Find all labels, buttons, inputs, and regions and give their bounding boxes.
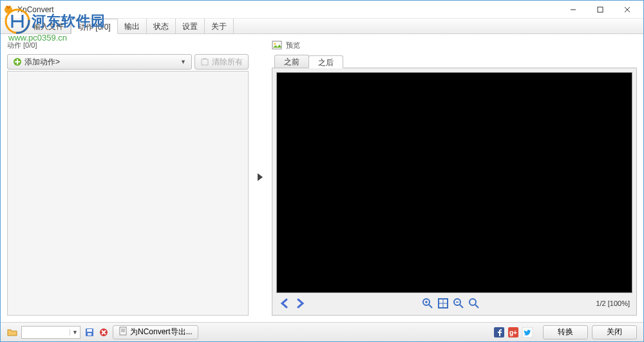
export-nconvert-label: 为NConvert导出... — [130, 327, 193, 337]
chevron-down-icon: ▼ — [180, 59, 186, 65]
actions-header: 动作 [0/0] — [7, 39, 249, 52]
image-icon — [272, 40, 282, 50]
arrow-right-icon — [257, 173, 263, 182]
app-icon — [3, 5, 14, 15]
social-links: g+ — [494, 327, 533, 337]
next-image-button[interactable] — [294, 298, 306, 309]
svg-rect-8 — [202, 59, 208, 65]
delete-button[interactable] — [99, 327, 109, 337]
tab-status[interactable]: 状态 — [147, 19, 176, 33]
open-folder-button[interactable] — [7, 327, 17, 337]
preview-counter: 1/2 [100%] — [596, 299, 630, 307]
tab-output[interactable]: 输出 — [118, 19, 147, 33]
svg-line-23 — [475, 305, 478, 308]
zoom-fit-button[interactable] — [437, 298, 449, 309]
window-controls — [560, 1, 641, 18]
add-action-button[interactable]: 添加动作> ▼ — [7, 54, 192, 70]
twitter-icon[interactable] — [522, 327, 533, 337]
close-button[interactable] — [614, 1, 641, 18]
facebook-icon[interactable] — [494, 327, 504, 337]
content-area: 动作 [0/0] 添加动作> ▼ 清除所有 预览 之前 之后 — [1, 35, 643, 322]
zoom-out-button[interactable] — [453, 298, 464, 309]
clear-icon — [200, 57, 209, 66]
preview-tabs: 之前 之后 — [272, 54, 637, 68]
svg-rect-10 — [272, 41, 281, 49]
preview-pane: 预览 之前 之后 1/2 [100%] — [272, 39, 637, 316]
actions-header-label: 动作 [0/0] — [7, 41, 37, 50]
window-title: XnConvert — [17, 5, 560, 14]
preview-toolbar: 1/2 [100%] — [276, 296, 632, 311]
preview-container: 1/2 [100%] — [272, 68, 637, 316]
tab-before[interactable]: 之前 — [274, 55, 309, 68]
plus-icon — [13, 57, 22, 66]
convert-button[interactable]: 转换 — [543, 325, 588, 339]
minimize-button[interactable] — [560, 1, 587, 18]
tab-input[interactable]: 输入文件 — [26, 19, 71, 33]
preset-combo[interactable]: ▼ — [21, 326, 80, 339]
arrow-divider — [252, 39, 268, 316]
actions-list[interactable] — [7, 71, 249, 316]
maximize-button[interactable] — [587, 1, 614, 18]
svg-rect-28 — [120, 327, 126, 335]
tab-about[interactable]: 关于 — [205, 19, 234, 33]
svg-point-11 — [274, 43, 276, 45]
titlebar: XnConvert — [1, 1, 643, 19]
main-tabs: 输入文件 动作 [0/0] 输出 状态 设置 关于 — [1, 19, 643, 34]
script-icon — [118, 327, 128, 337]
actions-pane: 动作 [0/0] 添加动作> ▼ 清除所有 — [7, 39, 249, 316]
preview-header: 预览 — [272, 39, 637, 52]
svg-point-0 — [5, 6, 12, 14]
export-nconvert-button[interactable]: 为NConvert导出... — [113, 325, 198, 339]
clear-all-label: 清除所有 — [212, 57, 243, 68]
actions-toolbar: 添加动作> ▼ 清除所有 — [7, 54, 249, 70]
svg-rect-2 — [598, 7, 603, 12]
svg-line-13 — [429, 305, 432, 308]
tab-after[interactable]: 之后 — [308, 55, 343, 68]
svg-text:g+: g+ — [509, 329, 517, 336]
bottom-bar: ▼ 为NConvert导出... g+ 转换 关闭 — [1, 322, 643, 341]
chevron-down-icon: ▼ — [70, 329, 80, 336]
zoom-actual-button[interactable] — [468, 298, 480, 309]
tab-settings[interactable]: 设置 — [176, 19, 205, 33]
svg-point-22 — [469, 299, 476, 305]
googleplus-icon[interactable]: g+ — [508, 327, 518, 337]
save-button[interactable] — [84, 327, 95, 337]
svg-line-20 — [460, 305, 463, 308]
add-action-label: 添加动作> — [24, 57, 60, 68]
close-window-button[interactable]: 关闭 — [592, 325, 637, 339]
prev-image-button[interactable] — [279, 298, 290, 309]
preview-header-label: 预览 — [286, 41, 300, 50]
tab-actions[interactable]: 动作 [0/0] — [71, 19, 118, 34]
clear-all-button[interactable]: 清除所有 — [194, 54, 249, 70]
preview-image[interactable] — [276, 72, 632, 293]
zoom-in-button[interactable] — [422, 298, 433, 309]
svg-rect-25 — [87, 329, 92, 332]
svg-rect-26 — [88, 333, 91, 336]
